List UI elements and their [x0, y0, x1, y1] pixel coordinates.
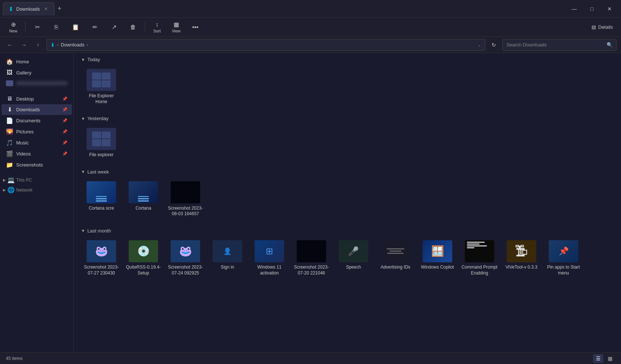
tab-downloads[interactable]: ⬇ Downloads ✕ [3, 2, 55, 15]
maximize-button[interactable]: □ [583, 3, 600, 15]
file-item-screenshot-dark[interactable]: Screenshot 2023-08-03 164657 [165, 178, 206, 220]
file-item-ads[interactable]: Advertising IDs [375, 237, 416, 279]
file-item-quiterss[interactable]: 💿 QuiteRSS-0.19.4-Setup [123, 237, 164, 279]
blurred-icon [6, 80, 13, 86]
sidebar-label-home: Home [16, 59, 67, 64]
today-collapse-icon: ▼ [81, 57, 85, 62]
share-button[interactable]: ↗ [105, 19, 123, 35]
sidebar-item-home[interactable]: 🏠 Home [1, 56, 72, 67]
list-view-button[interactable]: ☰ [593, 354, 603, 363]
new-label: New [9, 29, 17, 33]
sidebar-item-music[interactable]: 🎵 Music 📌 [1, 137, 72, 148]
file-name-screenshot-dark: Screenshot 2023-08-03 164657 [167, 206, 204, 217]
file-name-signin: Sign in [221, 265, 234, 270]
path-sep-2: › [87, 42, 88, 48]
lastweek-files: Cortana scre Cortana Screenshot 2023-08-… [74, 177, 621, 224]
file-thumb-frog1: 🐸 [87, 240, 116, 262]
cut-button[interactable]: ✂ [28, 19, 46, 35]
main-layout: 🏠 Home 🖼 Gallery 🖥 Desktop 📌 ⬇ Downloads… [0, 53, 621, 352]
details-button[interactable]: ▤ Details [588, 22, 617, 32]
file-thumb-ads [381, 240, 410, 262]
sidebar-item-pictures[interactable]: 🌄 Pictures 📌 [1, 126, 72, 137]
rename-button[interactable]: ✏ [86, 19, 104, 35]
wincopilot-thumb-inner: 🪟 [423, 240, 452, 262]
search-box[interactable]: 🔍 [502, 39, 617, 51]
paste-button[interactable]: 📋 [67, 19, 84, 35]
file-item-screenshot-frog1[interactable]: 🐸 Screenshot 2023-07-27 230430 [81, 237, 122, 279]
file-item-file-explorer[interactable]: File explorer [81, 125, 122, 161]
file-item-cortana-scre[interactable]: Cortana scre [81, 178, 122, 220]
more-icon: ••• [192, 24, 199, 31]
section-yesterday-header[interactable]: ▼ Yesterday [74, 112, 621, 123]
view-icon: ▦ [174, 21, 179, 28]
window-controls: — □ ✕ [566, 3, 618, 15]
file-item-pinapps[interactable]: 📌 Pin apps to Start menu [543, 237, 584, 279]
file-item-cmd[interactable]: Command Prompt Enabling [459, 237, 500, 279]
file-item-cortana[interactable]: Cortana [123, 178, 164, 220]
new-tab-button[interactable]: + [55, 3, 64, 14]
section-today-header[interactable]: ▼ Today [74, 53, 621, 64]
sort-button[interactable]: ↕ Sort [148, 19, 166, 35]
network-icon: 🌐 [7, 186, 15, 193]
search-input[interactable] [506, 42, 604, 48]
section-lastmonth-header[interactable]: ▼ Last month [74, 224, 621, 236]
status-bar: 45 items ☰ ▦ [0, 352, 621, 364]
forward-button[interactable]: → [18, 39, 29, 50]
refresh-button[interactable]: ↻ [488, 39, 499, 50]
content-area[interactable]: ▼ Today File Explorer Home ▼ Yesterday [74, 53, 621, 352]
tab-close-button[interactable]: ✕ [43, 6, 49, 12]
grid-view-button[interactable]: ▦ [605, 354, 615, 363]
more-button[interactable]: ••• [186, 19, 204, 35]
sidebar-item-screenshots[interactable]: 📁 Screenshots [1, 160, 72, 170]
ads-thumb-inner [381, 240, 410, 262]
file-item-win11[interactable]: ⊞ Windows 11 activation [249, 237, 290, 279]
up-button[interactable]: ↑ [32, 39, 43, 50]
file-item-signin[interactable]: 👤 Sign in [207, 237, 248, 279]
sidebar-item-documents[interactable]: 📄 Documents 📌 [1, 115, 72, 126]
file-thumb-explorer-home [87, 69, 116, 91]
tab-title: Downloads [16, 6, 40, 12]
address-path[interactable]: ⬇ › Downloads › ⌄ [46, 39, 485, 51]
sidebar-item-gallery[interactable]: 🖼 Gallery [1, 67, 72, 78]
file-thumb-vivetool: 🗜 [507, 240, 536, 262]
file-item-speech[interactable]: 🎤 Speech [333, 237, 374, 279]
thispc-icon: 💻 [7, 176, 15, 183]
sidebar-expand-thispc[interactable]: ▶ 💻 This PC [0, 175, 73, 185]
music-pin-icon: 📌 [62, 140, 67, 145]
path-sep-1: › [57, 42, 59, 48]
music-icon: 🎵 [6, 139, 13, 146]
section-lastweek-header[interactable]: ▼ Last week [74, 165, 621, 177]
new-button[interactable]: ⊕ New [4, 19, 22, 35]
minimize-button[interactable]: — [566, 3, 583, 15]
file-name-wincopilot: Windows Copilot [421, 265, 454, 270]
delete-button[interactable]: 🗑 [124, 19, 142, 35]
lastmonth-files: 🐸 Screenshot 2023-07-27 230430 💿 QuiteRS… [74, 236, 621, 283]
file-item-screenshot-dark2[interactable]: Screenshot 2023-07-20 221046 [291, 237, 332, 279]
file-item-vivetool[interactable]: 🗜 ViVeTool-v 0.3.3 [501, 237, 542, 279]
address-bar: ← → ↑ ⬇ › Downloads › ⌄ ↻ 🔍 [0, 37, 621, 53]
back-button[interactable]: ← [4, 39, 15, 50]
rss-icon: 💿 [137, 245, 150, 257]
tab-area: ⬇ Downloads ✕ + [3, 2, 566, 15]
file-name-win11: Windows 11 activation [251, 265, 288, 276]
sidebar-item-desktop[interactable]: 🖥 Desktop 📌 [1, 94, 72, 104]
home-icon: 🏠 [6, 58, 13, 65]
copy-button[interactable]: ⎘ [48, 19, 65, 35]
file-name-pinapps: Pin apps to Start menu [545, 265, 582, 276]
file-thumb-cmd [465, 240, 494, 262]
file-item-wincopilot[interactable]: 🪟 Windows Copilot [417, 237, 458, 279]
desktop-icon: 🖥 [6, 95, 13, 102]
file-name-cortana-scre: Cortana scre [89, 206, 114, 211]
sidebar-item-downloads[interactable]: ⬇ Downloads 📌 [1, 104, 72, 115]
sidebar-item-videos[interactable]: 🎬 Videos 📌 [1, 148, 72, 159]
file-item-screenshot-frog2[interactable]: 🐸 Screenshot 2023-07-24 092925 [165, 237, 206, 279]
file-item-explorer-home[interactable]: File Explorer Home [81, 66, 122, 108]
sidebar-label-screenshots: Screenshots [16, 162, 67, 168]
sidebar-item-blurred[interactable] [1, 78, 72, 88]
documents-pin-icon: 📌 [62, 118, 67, 123]
sidebar-expand-network[interactable]: ▶ 🌐 Network [0, 185, 73, 195]
lastweek-collapse-icon: ▼ [81, 169, 85, 174]
file-thumb-screenshot-dark [171, 181, 200, 203]
view-button[interactable]: ▦ View [167, 19, 185, 35]
close-button[interactable]: ✕ [601, 3, 618, 15]
